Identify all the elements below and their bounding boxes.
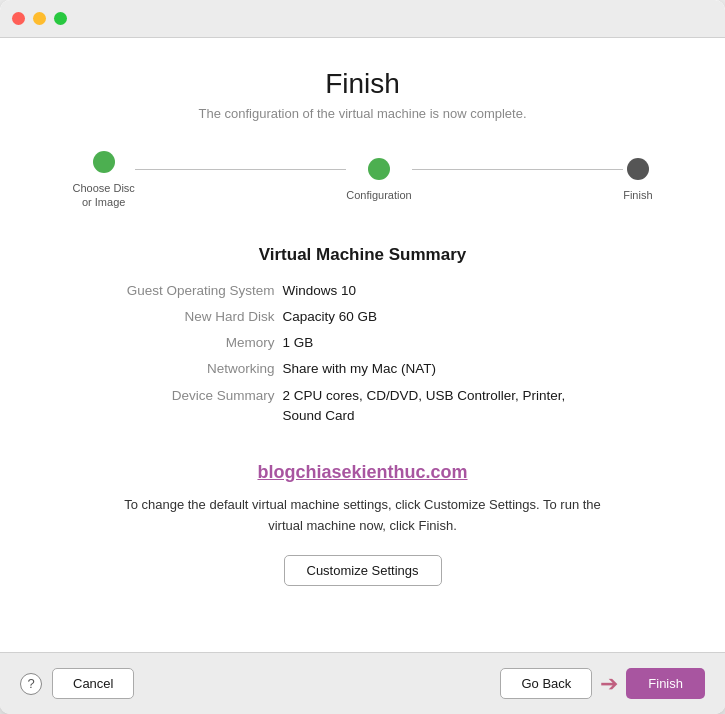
summary-label-disk: New Hard Disk xyxy=(83,307,283,327)
step-choose-disc: Choose Discor Image xyxy=(73,151,135,210)
step-circle-finish xyxy=(627,158,649,180)
summary-row-networking: Networking Share with my Mac (NAT) xyxy=(83,359,643,379)
step-finish: Finish xyxy=(623,158,652,202)
cancel-button[interactable]: Cancel xyxy=(52,668,134,699)
title-bar xyxy=(0,0,725,38)
info-text: To change the default virtual machine se… xyxy=(124,495,601,537)
finish-button[interactable]: Finish xyxy=(626,668,705,699)
minimize-button[interactable] xyxy=(33,12,46,25)
summary-row-disk: New Hard Disk Capacity 60 GB xyxy=(83,307,643,327)
summary-label-memory: Memory xyxy=(83,333,283,353)
step-circle-choose-disc xyxy=(93,151,115,173)
step-configuration: Configuration xyxy=(346,158,411,202)
step-label-choose-disc: Choose Discor Image xyxy=(73,181,135,210)
page-subtitle: The configuration of the virtual machine… xyxy=(198,106,526,121)
summary-title: Virtual Machine Summary xyxy=(259,245,467,265)
summary-value-devices: 2 CPU cores, CD/DVD, USB Controller, Pri… xyxy=(283,386,643,427)
page-title: Finish xyxy=(325,68,400,100)
summary-value-disk: Capacity 60 GB xyxy=(283,307,643,327)
summary-row-memory: Memory 1 GB xyxy=(83,333,643,353)
bottom-bar: ? Cancel Go Back ➔ Finish xyxy=(0,652,725,714)
close-button[interactable] xyxy=(12,12,25,25)
step-circle-configuration xyxy=(368,158,390,180)
progress-steps: Choose Discor Image Configuration Finish xyxy=(73,151,653,210)
summary-label-networking: Networking xyxy=(83,359,283,379)
summary-value-os: Windows 10 xyxy=(283,281,643,301)
main-content: Finish The configuration of the virtual … xyxy=(0,38,725,652)
traffic-lights xyxy=(12,12,67,25)
maximize-button[interactable] xyxy=(54,12,67,25)
summary-label-devices: Device Summary xyxy=(83,386,283,427)
main-window: Finish The configuration of the virtual … xyxy=(0,0,725,714)
summary-value-memory: 1 GB xyxy=(283,333,643,353)
help-icon: ? xyxy=(27,676,34,691)
customize-settings-button[interactable]: Customize Settings xyxy=(284,555,442,586)
watermark: blogchiasekienthuc.com xyxy=(257,462,467,483)
step-label-configuration: Configuration xyxy=(346,188,411,202)
help-button[interactable]: ? xyxy=(20,673,42,695)
go-back-arrow-icon: ➔ xyxy=(600,671,618,697)
go-back-button[interactable]: Go Back xyxy=(500,668,592,699)
summary-row-devices: Device Summary 2 CPU cores, CD/DVD, USB … xyxy=(83,386,643,427)
summary-row-os: Guest Operating System Windows 10 xyxy=(83,281,643,301)
summary-label-os: Guest Operating System xyxy=(83,281,283,301)
summary-table: Guest Operating System Windows 10 New Ha… xyxy=(83,281,643,433)
step-line-1 xyxy=(135,169,346,171)
summary-value-networking: Share with my Mac (NAT) xyxy=(283,359,643,379)
step-line-2 xyxy=(412,169,623,171)
step-label-finish: Finish xyxy=(623,188,652,202)
